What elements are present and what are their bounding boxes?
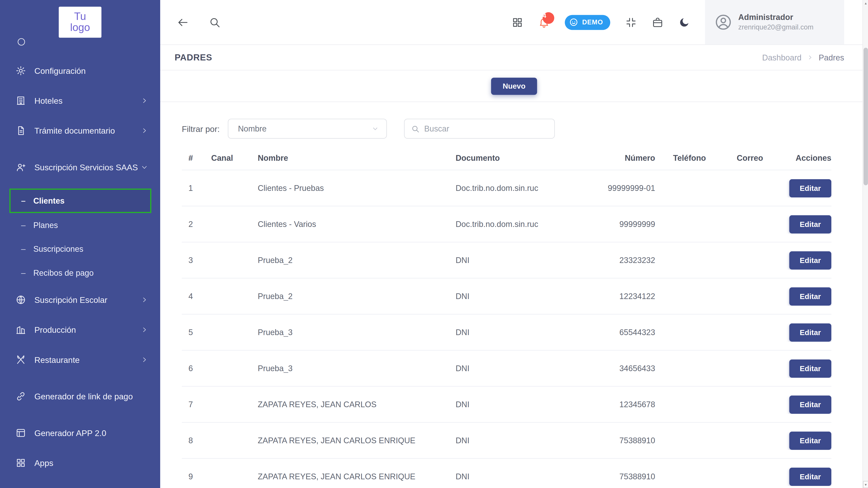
column-header-numero: Número — [600, 153, 655, 162]
chevron-right-icon — [141, 127, 148, 134]
sidebar-item-generador-de-link-de-pago[interactable]: Generador de link de pago — [0, 374, 160, 418]
column-header-num: # — [182, 153, 211, 162]
sidebar-subitem-planes[interactable]: –Planes — [0, 213, 160, 237]
cell-numero: 12234122 — [600, 292, 655, 301]
header-actions: 4 DEMO Administrador zrenrique20@gmail.c… — [512, 0, 844, 44]
edit-button[interactable]: Editar — [789, 359, 831, 377]
app-icon — [16, 427, 26, 438]
cell-num: 8 — [182, 436, 211, 445]
cell-numero: 75388910 — [600, 436, 655, 445]
sidebar-subitem-suscripciones[interactable]: –Suscripciones — [0, 237, 160, 261]
table-row: 4Prueba_2DNI12234122Editar — [182, 279, 831, 315]
sidebar-item-hoteles[interactable]: Hoteles — [0, 85, 160, 115]
search-icon[interactable] — [209, 16, 221, 28]
edit-button[interactable]: Editar — [789, 467, 831, 486]
table-row: 3Prueba_2DNI23323232Editar — [182, 242, 831, 279]
sidebar-item-tramite-documentario[interactable]: Trámite documentario — [0, 115, 160, 145]
dash-bullet: – — [21, 196, 25, 205]
cell-num: 9 — [182, 472, 211, 481]
edit-button[interactable]: Editar — [789, 323, 831, 341]
sidebar-subitem-clientes[interactable]: –Clientes — [9, 189, 151, 213]
edit-button[interactable]: Editar — [789, 251, 831, 269]
cell-documento: DNI — [456, 364, 600, 373]
column-header-documento: Documento — [456, 153, 600, 162]
sidebar-item-configuracion[interactable]: Configuración — [0, 56, 160, 85]
cell-acciones: Editar — [776, 215, 832, 233]
grid-icon — [16, 457, 26, 468]
cell-acciones: Editar — [776, 251, 832, 269]
column-header-canal: Canal — [211, 153, 258, 162]
column-header-acciones: Acciones — [776, 153, 832, 162]
scroll-up-arrow[interactable]: ▲ — [863, 0, 868, 6]
main-area: 4 DEMO Administrador zrenrique20@gmail.c… — [160, 0, 868, 488]
table-row: 5Prueba_3DNI65544323Editar — [182, 315, 831, 351]
table-header-row: #CanalNombreDocumentoNúmeroTeléfonoCorre… — [182, 146, 831, 170]
page-title: PADRES — [175, 52, 212, 62]
sidebar-item-label: Hoteles — [34, 94, 141, 106]
column-header-nombre: Nombre — [258, 153, 456, 162]
scrollbar-thumb[interactable] — [864, 48, 868, 185]
user-name: Administrador — [738, 12, 813, 23]
chevron-right-icon — [141, 356, 148, 363]
sidebar-item-suscripcion-escolar[interactable]: Suscripción Escolar — [0, 285, 160, 315]
breadcrumb: Dashboard Padres — [762, 53, 844, 62]
demo-badge[interactable]: DEMO — [565, 15, 610, 30]
avatar-icon — [715, 14, 732, 30]
briefcase-icon[interactable] — [652, 16, 663, 28]
apps-grid-icon[interactable] — [512, 16, 523, 28]
dash-bullet: – — [21, 221, 25, 229]
vertical-scrollbar[interactable]: ▲ ▼ — [863, 0, 868, 488]
user-info: Administrador zrenrique20@gmail.com — [738, 12, 813, 32]
cell-nombre: Clientes - Varios — [258, 220, 456, 229]
user-menu[interactable]: Administrador zrenrique20@gmail.com — [705, 0, 844, 44]
search-icon — [411, 124, 420, 133]
cell-numero: 75388910 — [600, 472, 655, 481]
table-row: 2Clientes - VariosDoc.trib.no.dom.sin.ru… — [182, 206, 831, 242]
sidebar-item-suscripcion-servicios-saas[interactable]: Suscripción Servicios SAAS — [0, 145, 160, 189]
cell-nombre: ZAPATA REYES, JEAN CARLOS ENRIQUE — [258, 436, 456, 445]
chevron-right-icon — [141, 97, 148, 104]
table-row: 9ZAPATA REYES, JEAN CARLOS ENRIQUEDNI753… — [182, 459, 831, 488]
compress-icon[interactable] — [625, 16, 637, 28]
cell-num: 7 — [182, 400, 211, 409]
notifications-button[interactable]: 4 — [538, 16, 550, 28]
table-row: 1Clientes - PruebasDoc.trib.no.dom.sin.r… — [182, 170, 831, 206]
edit-button[interactable]: Editar — [789, 431, 831, 450]
sidebar-item-restaurante[interactable]: Restaurante — [0, 344, 160, 374]
sidebar-item-label: Suscripción Servicios SAAS — [34, 161, 141, 173]
back-arrow-icon[interactable] — [176, 16, 190, 28]
edit-button[interactable]: Editar — [789, 395, 831, 413]
sidebar-item-generador-app-2-0[interactable]: Generador APP 2.0 — [0, 418, 160, 448]
filter-label: Filtrar por: — [182, 124, 220, 134]
app-logo[interactable]: Tu logo — [59, 6, 101, 37]
sidebar-subitem-recibos-de-pago[interactable]: –Recibos de pago — [0, 261, 160, 284]
table-row: 6Prueba_3DNI34656433Editar — [182, 351, 831, 386]
sidebar-item-label: Generador de link de pago — [34, 390, 148, 402]
sidebar-item-label: Suscripción Escolar — [34, 294, 141, 306]
user-icon — [16, 162, 26, 172]
cell-num: 3 — [182, 256, 211, 265]
new-button[interactable]: Nuevo — [491, 78, 537, 94]
cell-num: 5 — [182, 328, 211, 337]
sidebar-item-produccion[interactable]: Producción — [0, 315, 160, 344]
moon-icon[interactable] — [678, 16, 690, 28]
filter-select[interactable]: Nombre — [228, 119, 387, 139]
scroll-down-arrow[interactable]: ▼ — [863, 481, 868, 488]
chevron-down-icon — [141, 163, 148, 171]
edit-button[interactable]: Editar — [789, 215, 831, 233]
app-root: Tu logo ConfiguraciónHotelesTrámite docu… — [0, 0, 868, 488]
user-email: zrenrique20@gmail.com — [738, 23, 813, 32]
cell-numero: 99999999 — [600, 220, 655, 229]
cell-num: 1 — [182, 184, 211, 193]
production-icon — [16, 324, 26, 335]
cell-numero: 99999999-01 — [600, 184, 655, 193]
cell-acciones: Editar — [776, 395, 832, 413]
edit-button[interactable]: Editar — [789, 287, 831, 306]
edit-button[interactable]: Editar — [789, 179, 831, 197]
cell-nombre: ZAPATA REYES, JEAN CARLOS ENRIQUE — [258, 472, 456, 481]
page-header: PADRES Dashboard Padres — [160, 45, 868, 70]
cell-nombre: Prueba_3 — [258, 364, 456, 373]
sidebar-item-apps[interactable]: Apps — [0, 448, 160, 478]
search-input[interactable] — [424, 124, 548, 133]
breadcrumb-dashboard[interactable]: Dashboard — [762, 53, 802, 62]
